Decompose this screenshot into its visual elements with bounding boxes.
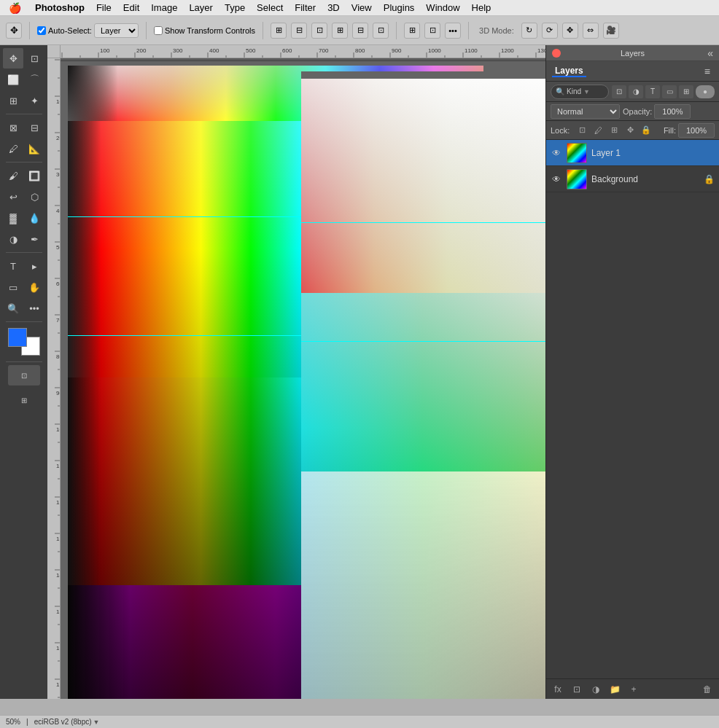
lock-label: Lock: xyxy=(551,126,570,135)
lock-all-icon[interactable]: 🔒 xyxy=(640,124,653,137)
align-bottom-btn[interactable]: ⊡ xyxy=(373,23,389,39)
layers-panel-close-btn[interactable] xyxy=(552,49,561,58)
align-center-h-btn[interactable]: ⊟ xyxy=(291,23,307,39)
more-tools-btn[interactable]: ••• xyxy=(24,298,44,318)
layer-1-visibility-icon[interactable]: 👁 xyxy=(551,147,562,159)
kind-smart-icon[interactable]: ⊞ xyxy=(679,85,693,98)
move-tool-icon[interactable]: ✥ xyxy=(6,23,22,39)
svg-text:1000: 1000 xyxy=(428,47,441,54)
menu-layer[interactable]: Layer xyxy=(183,0,219,15)
eyedropper-tool[interactable]: 🖊 xyxy=(3,138,23,159)
menu-help[interactable]: Help xyxy=(466,0,497,15)
artboard-tool[interactable]: ⊡ xyxy=(24,48,44,69)
layer-item-1[interactable]: 👁 Layer 1 xyxy=(546,140,719,166)
layers-panel-menu-btn[interactable]: ≡ xyxy=(701,66,713,77)
dodge-tool[interactable]: ◑ xyxy=(3,229,23,249)
ruler-vertical: 1002003004005006007008009001000110012001… xyxy=(47,58,61,699)
kind-pixel-icon[interactable]: ⊡ xyxy=(612,85,626,98)
auto-select-checkbox[interactable] xyxy=(37,26,46,35)
color-swatches[interactable] xyxy=(8,328,40,356)
blend-mode-select[interactable]: Normal Multiply Screen Overlay xyxy=(551,104,620,119)
menu-image[interactable]: Image xyxy=(145,0,183,15)
object-select-tool[interactable]: ⊞ xyxy=(3,90,23,111)
hand-tool[interactable]: ✋ xyxy=(24,277,44,297)
layers-panel-footer: fx ⊡ ◑ 📁 + 🗑 xyxy=(546,678,719,699)
pen-tool[interactable]: ✒ xyxy=(24,229,44,249)
eraser-tool[interactable]: ⬡ xyxy=(24,187,44,207)
3d-roll-btn[interactable]: ⟳ xyxy=(542,23,558,39)
tool-group-11: ▭ ✋ xyxy=(3,277,44,297)
menu-view[interactable]: View xyxy=(346,0,378,15)
foreground-color-swatch[interactable] xyxy=(8,328,27,347)
transform-controls-checkbox[interactable] xyxy=(154,26,163,35)
lock-transparent-icon[interactable]: ⊡ xyxy=(575,124,588,137)
marquee-lasso-tool[interactable]: ⌒ xyxy=(24,69,44,90)
path-select-tool[interactable]: ▸ xyxy=(24,256,44,276)
align-top-btn[interactable]: ⊞ xyxy=(332,23,348,39)
menu-window[interactable]: Window xyxy=(420,0,465,15)
delete-layer-icon[interactable]: 🗑 xyxy=(700,682,715,697)
layer-item-background[interactable]: 👁 Background 🔒 xyxy=(546,166,719,192)
new-group-icon[interactable]: 📁 xyxy=(607,682,622,697)
distribute-v-btn[interactable]: ⊡ xyxy=(424,23,440,39)
menu-plugins[interactable]: Plugins xyxy=(378,0,421,15)
extra-options-btn[interactable]: ••• xyxy=(445,23,461,39)
layers-tab[interactable]: Layers xyxy=(552,66,586,77)
layers-search[interactable]: 🔍 Kind ▼ xyxy=(551,85,609,99)
brush-tool[interactable]: 🖌 xyxy=(3,165,23,186)
quick-mask-btn[interactable]: ⊡ xyxy=(8,365,40,385)
new-layer-icon[interactable]: + xyxy=(626,682,641,697)
background-visibility-icon[interactable]: 👁 xyxy=(551,173,562,185)
ruler-tool[interactable]: 📐 xyxy=(24,138,44,159)
align-center-v-btn[interactable]: ⊟ xyxy=(352,23,368,39)
history-brush-tool[interactable]: ↩ xyxy=(3,187,23,207)
3d-rotate-btn[interactable]: ↻ xyxy=(521,23,537,39)
lock-image-icon[interactable]: 🖊 xyxy=(591,124,605,137)
kind-type-icon[interactable]: T xyxy=(645,85,660,98)
lock-artboard-icon[interactable]: ⊞ xyxy=(607,124,621,137)
menu-filter[interactable]: Filter xyxy=(289,0,322,15)
3d-slide-btn[interactable]: ⇔ xyxy=(583,23,599,39)
layers-panel-collapse-btn[interactable]: « xyxy=(707,47,713,59)
blur-tool[interactable]: 💧 xyxy=(24,208,44,228)
align-left-btn[interactable]: ⊞ xyxy=(271,23,287,39)
align-right-btn[interactable]: ⊡ xyxy=(311,23,327,39)
marquee-rect-tool[interactable]: ⬜ xyxy=(3,69,23,90)
tool-group-4: ⊠ ⊟ xyxy=(3,117,44,138)
slice-tool[interactable]: ⊟ xyxy=(24,117,44,138)
apple-menu[interactable]: 🍎 xyxy=(0,2,29,14)
stamp-tool[interactable]: 🔳 xyxy=(24,165,44,186)
3d-camera-btn[interactable]: 🎥 xyxy=(603,23,619,39)
3d-pan-btn[interactable]: ✥ xyxy=(562,23,578,39)
shape-tool[interactable]: ▭ xyxy=(3,277,23,297)
zoom-tool[interactable]: 🔍 xyxy=(3,298,23,318)
screen-mode-btn[interactable]: ⊞ xyxy=(8,390,40,410)
type-tool[interactable]: T xyxy=(3,256,23,276)
statusbar-dropdown-arrow[interactable]: ▼ xyxy=(93,719,100,726)
left-toolbar: ✥ ⊡ ⬜ ⌒ ⊞ ✦ ⊠ ⊟ 🖊 📐 🖌 🔳 ↩ ⬡ ▓ xyxy=(0,45,47,699)
lock-position-icon[interactable]: ✥ xyxy=(623,124,637,137)
menu-photoshop[interactable]: Photoshop xyxy=(29,0,90,15)
move-tool[interactable]: ✥ xyxy=(3,48,23,69)
crop-tool[interactable]: ⊠ xyxy=(3,117,23,138)
svg-text:400: 400 xyxy=(209,47,219,54)
add-mask-icon[interactable]: ⊡ xyxy=(570,682,584,697)
menu-3d[interactable]: 3D xyxy=(322,0,346,15)
add-layer-style-icon[interactable]: fx xyxy=(551,682,565,697)
opacity-row: Opacity: xyxy=(623,104,691,119)
kind-shape-icon[interactable]: ▭ xyxy=(662,85,677,98)
menu-file[interactable]: File xyxy=(90,0,117,15)
kind-toggle-icon[interactable]: ● xyxy=(696,85,715,98)
menu-edit[interactable]: Edit xyxy=(117,0,145,15)
opacity-input[interactable] xyxy=(654,104,691,119)
magic-wand-tool[interactable]: ✦ xyxy=(24,90,44,111)
new-fill-layer-icon[interactable]: ◑ xyxy=(588,682,603,697)
gradient-tool[interactable]: ▓ xyxy=(3,208,23,228)
auto-select-dropdown[interactable]: Layer Group xyxy=(94,23,139,38)
menu-select[interactable]: Select xyxy=(251,0,289,15)
menu-type[interactable]: Type xyxy=(219,0,251,15)
canvas-viewport[interactable] xyxy=(61,58,545,699)
fill-input[interactable] xyxy=(678,123,715,138)
distribute-h-btn[interactable]: ⊞ xyxy=(404,23,420,39)
kind-adjustment-icon[interactable]: ◑ xyxy=(629,85,643,98)
